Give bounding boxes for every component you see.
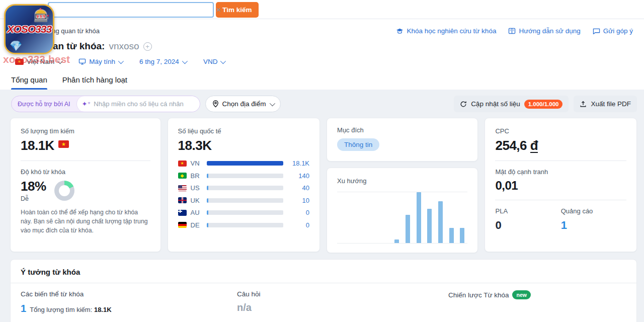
ads-title: Quảng cáo	[561, 207, 626, 215]
tab-overview[interactable]: Tổng quan	[11, 75, 47, 90]
country-bar	[207, 223, 284, 227]
tab-bulk-analysis[interactable]: Phân tích hàng loạt	[62, 75, 127, 90]
variations-total-volume: 18.1K	[94, 306, 112, 313]
cpc-value: 254,6 đ	[495, 138, 626, 153]
ai-domain-combo: Được hỗ trợ bởi AI ✦⁺	[11, 96, 200, 112]
card-global-volume: Số liệu quốc tế 18.3K VN 18.1K BR 140 US…	[168, 118, 320, 252]
ideas-strategy-column: Chiến lược Từ khóa new	[448, 290, 531, 314]
country-row: UK 10	[178, 197, 310, 204]
quota-badge: 1.000/1.000	[524, 100, 563, 109]
currency-filter[interactable]: VND	[203, 58, 225, 65]
strategy-title[interactable]: Chiến lược Từ khóa	[448, 291, 509, 299]
keyword-search-input[interactable]	[48, 2, 214, 18]
upload-icon	[580, 101, 587, 108]
br-flag-icon	[178, 173, 187, 179]
volume-title: Số lượng tìm kiếm	[21, 127, 150, 135]
competition-title: Mật độ cạnh tranh	[495, 168, 626, 176]
link-keyword-course[interactable]: Khóa học nghiên cứu từ khóa	[396, 27, 496, 35]
search-button[interactable]: Tìm kiếm	[216, 2, 259, 18]
dong-currency: đ	[530, 139, 538, 153]
card-trend: Xu hướng	[327, 168, 478, 253]
ideas-title: Ý tưởng từ khóa	[11, 260, 636, 283]
export-pdf-button[interactable]: Xuất file PDF	[574, 96, 637, 112]
volume-value: 18.1K	[21, 138, 54, 153]
refresh-icon	[460, 101, 467, 108]
card-search-volume: Số lượng tìm kiếm 18.1K Độ khó từ khóa 1…	[10, 118, 161, 252]
country-row: VN 18.1K	[178, 159, 310, 167]
uk-flag-icon	[178, 197, 187, 203]
difficulty-donut	[54, 181, 74, 201]
country-row: BR 140	[178, 172, 310, 180]
location-pin-icon	[212, 100, 219, 108]
watermark-text: xoso333.best	[3, 53, 70, 65]
ads-value: 1	[561, 219, 626, 232]
global-value: 18.3K	[178, 138, 310, 153]
ai-powered-badge: Được hỗ trợ bởi AI	[12, 96, 76, 112]
intent-title: Mục đích	[337, 126, 467, 134]
filters-toolbar: Được hỗ trợ bởi AI ✦⁺ Chọn địa điểm Cập …	[0, 90, 644, 112]
country-row: US 40	[178, 184, 310, 192]
global-title: Số liệu quốc tế	[178, 127, 310, 135]
link-send-feedback[interactable]: Gửi góp ý	[593, 27, 633, 35]
variations-title: Các biến thể từ khóa	[21, 290, 237, 298]
country-row: DE 0	[178, 221, 310, 229]
domain-input[interactable]	[94, 100, 194, 108]
device-filter[interactable]: Máy tính	[78, 58, 122, 65]
difficulty-label: Dễ	[21, 195, 46, 202]
sparkles-icon: ✦⁺	[82, 100, 91, 108]
book-icon	[508, 28, 516, 34]
choose-location-button[interactable]: Chọn địa điểm	[205, 96, 281, 112]
difficulty-description: Hoàn toàn có thể để xếp hạng cho từ khóa…	[21, 208, 150, 235]
difficulty-value: 18%	[21, 179, 46, 194]
pla-title: PLA	[495, 207, 560, 215]
chevron-down-icon	[269, 100, 275, 106]
date-filter[interactable]: 6 thg 7, 2024	[139, 58, 186, 65]
country-row: AU 0	[178, 209, 310, 216]
difficulty-title: Độ khó từ khóa	[21, 168, 150, 176]
top-search-bar: × Tìm kiếm	[0, 0, 644, 19]
page-header: Tổng quan từ khóa Khóa học nghiên cứu từ…	[0, 19, 644, 90]
country-bar	[207, 198, 284, 203]
trend-title: Xu hướng	[337, 177, 467, 185]
link-user-guide[interactable]: Hướng dẫn sử dụng	[508, 27, 580, 35]
country-bar	[207, 174, 284, 178]
us-flag-icon	[178, 185, 187, 191]
vn-flag-icon	[178, 160, 187, 167]
variations-count[interactable]: 1	[21, 303, 26, 314]
pla-value: 0	[495, 219, 560, 232]
add-keyword-icon[interactable]: +	[143, 42, 152, 51]
chevron-down-icon	[182, 58, 188, 63]
update-metrics-button[interactable]: Cập nhật số liệu 1.000/1.000	[454, 96, 569, 112]
graduation-cap-icon	[396, 28, 404, 34]
intent-badge[interactable]: Thông tin	[337, 138, 379, 151]
country-bar	[207, 161, 284, 166]
keyword-ideas-section: Ý tưởng từ khóa Các biến thể từ khóa 1 T…	[10, 259, 637, 322]
vn-flag-icon	[58, 140, 69, 148]
desktop-icon	[78, 58, 86, 65]
questions-value: n/a	[237, 302, 448, 313]
de-flag-icon	[178, 222, 187, 228]
au-flag-icon	[178, 210, 187, 216]
feedback-icon	[593, 28, 600, 34]
cpc-title: CPC	[495, 127, 626, 135]
xoso333-logo: XOSO333	[4, 4, 54, 54]
card-intent: Mục đích Thông tin	[327, 118, 478, 162]
country-bar	[207, 186, 284, 190]
chevron-down-icon	[220, 58, 226, 63]
card-cpc: CPC 254,6 đ Mật độ cạnh tranh 0,01 PLA 0…	[485, 118, 637, 252]
country-bar	[207, 210, 284, 215]
questions-title: Câu hỏi	[237, 290, 448, 298]
clear-search-icon[interactable]: ×	[216, 6, 221, 14]
new-badge: new	[512, 290, 530, 299]
chevron-down-icon	[118, 58, 124, 63]
competition-value: 0,01	[495, 179, 626, 193]
ideas-questions-column: Câu hỏi n/a	[237, 290, 448, 314]
page-title-keyword: vnxoso	[109, 41, 139, 52]
trend-chart	[337, 192, 467, 244]
ideas-variations-column: Các biến thể từ khóa 1 Tổng lượng tìm ki…	[21, 290, 237, 314]
